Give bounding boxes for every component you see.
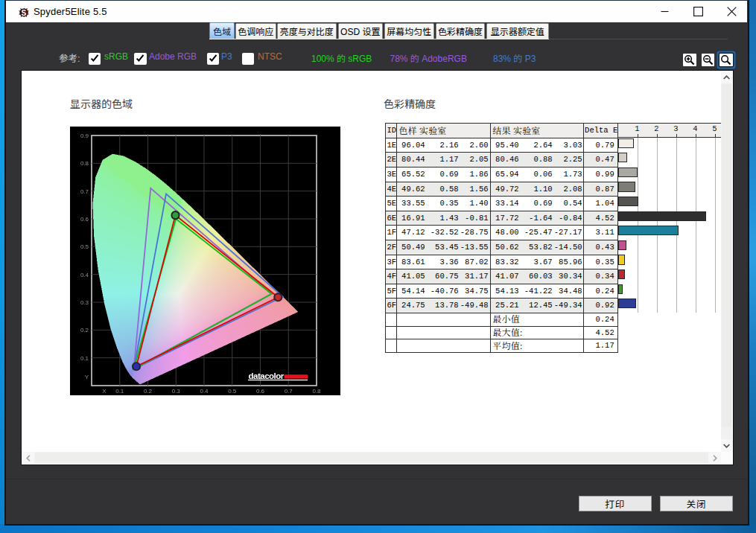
color-accuracy-table: ID色样 实验室结果 实验室Delta E1E96.042.162.6095.4… [385,123,619,353]
close-dialog-button[interactable]: 关闭 [660,496,733,511]
x-axis-label: 0.3 [172,388,181,395]
tab-OSD 设置[interactable]: OSD 设置 [338,23,383,39]
id-cell: 6F [385,299,397,313]
tab-baseline-dim [549,39,728,39]
summary-row: 平均值:1.17 [385,339,618,353]
table-row-6E[interactable]: 6E16.911.43-0.8117.72-1.64-0.844.52 [385,211,618,226]
sample-lab-cell: 65.520.691.86 [397,167,491,182]
scroll-right-button[interactable] [708,452,721,464]
checkbox-label-NTSC[interactable]: NTSC [258,51,282,62]
delta-e-bar-5F [618,284,623,294]
tab-屏幕均匀性[interactable]: 屏幕均匀性 [384,23,435,39]
screen: S Spyder5Elite 5.5 色域色调响应亮度与对比度OSD 设置屏幕均… [0,0,756,533]
tab-色彩精确度[interactable]: 色彩精确度 [436,23,485,39]
id-cell: 5E [385,197,397,211]
gamut-section-title: 显示器的色域 [70,96,133,111]
x-axis-label: 0.6 [256,388,265,395]
id-cell: 3F [385,255,397,269]
y-axis-label: 0.8 [80,160,89,167]
id-cell: 6E [385,211,397,226]
checkbox-label-Adobe RGB[interactable]: Adobe RGB [149,51,197,62]
horizontal-scrollbar-thumb[interactable] [35,453,709,463]
zoom-out-button[interactable] [702,54,715,67]
tab-显示器额定值[interactable]: 显示器额定值 [486,23,549,39]
table-row-4F[interactable]: 4F41.0560.7531.1741.0760.0330.340.34 [385,269,618,284]
table-row-3E[interactable]: 3E65.520.691.8665.940.061.730.99 [385,167,618,182]
datacolor-logo-redbar [285,374,308,378]
table-row-5E[interactable]: 5E33.550.351.4033.140.690.541.04 [385,197,618,211]
delta-e-cell: 4.52 [584,211,618,226]
id-cell: 1F [385,226,397,240]
table-row-3F[interactable]: 3F83.613.3687.0283.323.6785.960.35 [385,255,618,269]
tab-色调响应[interactable]: 色调响应 [235,23,276,39]
close-button[interactable] [715,1,749,22]
x-axis-label: 0.5 [228,388,237,395]
delta-e-cell: 0.35 [584,255,618,269]
y-axis-label: 0.2 [80,327,89,333]
bar-scale-label: 3 [669,124,684,133]
table-row-1F[interactable]: 1F47.12-32.52-28.7548.00-25.47-27.173.11 [385,226,618,240]
bar-scale-label: 5 [708,124,722,133]
tab-色域[interactable]: 色域 [209,22,235,39]
delta-e-cell: 1.04 [584,197,618,211]
delta-e-cell: 0.34 [584,269,618,284]
reference-label: 参考: [59,51,80,65]
zoom-reset-button[interactable] [720,54,733,67]
zoom-reset-icon [720,54,731,66]
sample-lab-cell: 96.042.162.60 [397,138,491,153]
print-button[interactable]: 打印 [579,496,652,511]
tab-亮度与对比度[interactable]: 亮度与对比度 [277,23,337,39]
coverage-text: 83% 的 P3 [493,51,536,64]
title-bar[interactable]: S Spyder5Elite 5.5 [6,1,747,22]
table-row-1E[interactable]: 1E96.042.162.6095.402.643.030.79 [385,138,618,153]
result-lab-cell: 65.940.061.73 [491,167,584,182]
bar-scale-tick [676,134,677,138]
scroll-up-button[interactable] [721,71,732,83]
coverage-text: 78% 的 AdobeRGB [390,51,467,64]
result-lab-cell: 50.6253.82-14.50 [491,240,584,255]
table-row-5F[interactable]: 5F54.14-40.7634.7554.13-41.2234.480.24 [385,284,618,299]
delta-e-cell: 0.87 [584,182,618,197]
table-row-4E[interactable]: 4E49.620.581.5649.721.102.080.87 [385,182,618,197]
result-lab-cell: 17.72-1.64-0.84 [491,211,584,226]
checkbox-Adobe RGB[interactable] [134,53,147,66]
sample-lab-cell: 49.620.581.56 [397,182,491,197]
delta-e-bar-5E [618,197,638,206]
table-header-row: ID色样 实验室结果 实验室Delta E [385,124,618,138]
sample-lab-cell: 41.0560.7531.17 [397,269,491,284]
checkbox-P3[interactable] [207,53,220,66]
checkbox-label-P3[interactable]: P3 [221,51,232,62]
maximize-button[interactable] [682,1,715,22]
delta-e-bar-2E [618,153,627,162]
footer-divider [6,479,747,479]
table-row-2E[interactable]: 2E80.441.172.0580.460.882.250.47 [385,153,618,167]
checkbox-NTSC[interactable] [242,53,255,66]
scroll-left-button[interactable] [22,452,34,464]
result-lab-cell: 33.140.690.54 [491,197,584,211]
checkbox-label-sRGB[interactable]: sRGB [104,51,128,62]
table-row-2F[interactable]: 2F50.4953.45-13.5550.6253.82-14.500.43 [385,240,618,255]
result-lab-cell: 83.323.6785.96 [491,255,584,269]
datacolor-logo-underline [248,380,308,380]
delta-e-cell: 3.11 [584,226,618,240]
vertical-scrollbar[interactable] [721,71,732,452]
checkbox-sRGB[interactable] [89,53,101,66]
x-axis-label: 0.4 [200,388,209,395]
minimize-button[interactable] [648,1,682,22]
sample-lab-cell: 54.14-40.7634.75 [397,284,491,299]
sample-lab-cell: 50.4953.45-13.55 [397,240,491,255]
delta-e-cell: 0.92 [584,299,618,313]
svg-text:S: S [22,8,27,16]
table-row-6F[interactable]: 6F24.7513.78-49.4825.2112.45-49.340.92 [385,299,618,313]
zoom-in-button[interactable] [683,54,696,67]
delta-e-cell: 0.43 [584,240,618,255]
delta-e-bar-3E [618,167,638,177]
horizontal-scrollbar[interactable] [22,452,721,464]
gamut-triangle-P3 [134,194,283,368]
vertical-scrollbar-thumb[interactable] [722,84,731,427]
bar-scale-tick [696,134,696,138]
scroll-down-button[interactable] [721,439,732,452]
close-icon [727,7,737,16]
y-axis-label: 0.1 [80,355,89,362]
window-title: Spyder5Elite 5.5 [34,6,107,17]
